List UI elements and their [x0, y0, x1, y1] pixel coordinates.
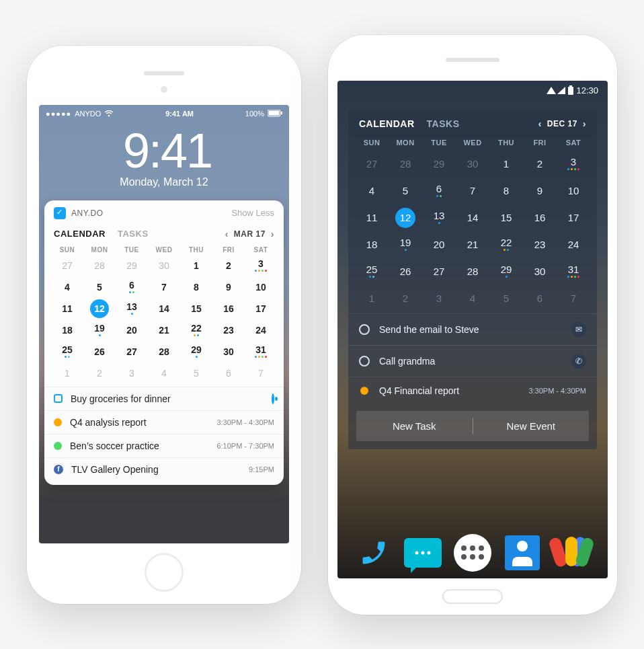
calendar-day[interactable]: 28: [389, 151, 422, 178]
calendar-day[interactable]: 1: [51, 362, 83, 384]
agenda-item[interactable]: Buy groceries for dinner: [44, 387, 284, 410]
calendar-day[interactable]: 1: [489, 151, 523, 178]
calendar-day[interactable]: 31: [245, 341, 277, 362]
calendar-day[interactable]: 2: [212, 255, 245, 276]
tab-tasks[interactable]: TASKS: [118, 229, 149, 239]
calendar-day[interactable]: 30: [523, 258, 557, 285]
home-indicator[interactable]: [442, 589, 503, 604]
show-less-button[interactable]: Show Less: [231, 208, 274, 218]
calendar-day[interactable]: 8: [180, 276, 212, 298]
calendar-day[interactable]: 17: [557, 204, 590, 231]
next-month-button[interactable]: ›: [271, 229, 274, 239]
calendar-day[interactable]: 18: [51, 319, 83, 341]
calendar-day[interactable]: 16: [523, 204, 557, 231]
calendar-day[interactable]: 24: [245, 319, 277, 341]
calendar-day[interactable]: 3: [422, 285, 456, 312]
tab-tasks[interactable]: TASKS: [427, 118, 460, 129]
calendar-day[interactable]: 14: [148, 298, 180, 319]
calendar-day[interactable]: 28: [456, 258, 489, 285]
calendar-day[interactable]: 7: [245, 362, 277, 384]
calendar-day[interactable]: 21: [148, 319, 180, 341]
calendar-day[interactable]: 3: [245, 255, 277, 276]
calendar-day[interactable]: 4: [51, 276, 83, 298]
calendar-day[interactable]: 6: [523, 285, 557, 312]
new-task-button[interactable]: New Task: [356, 411, 473, 441]
agenda-item[interactable]: Ben’s soccer practice6:10PM - 7:30PM: [44, 434, 284, 457]
calendar-day[interactable]: 3: [116, 362, 148, 384]
calendar-day[interactable]: 6: [422, 178, 456, 204]
calendar-day[interactable]: 5: [389, 178, 422, 204]
next-month-button[interactable]: ›: [583, 118, 586, 129]
calendar-day[interactable]: 11: [355, 204, 389, 231]
dock-messages-icon[interactable]: [404, 534, 442, 572]
tab-calendar[interactable]: CALENDAR: [54, 229, 106, 239]
agenda-item[interactable]: Q4 Financial report3:30PM - 4:30PM: [348, 377, 597, 404]
prev-month-button[interactable]: ‹: [225, 229, 229, 239]
calendar-day[interactable]: 19: [83, 319, 116, 341]
calendar-day[interactable]: 28: [83, 255, 116, 276]
calendar-day[interactable]: 1: [355, 285, 389, 312]
calendar-day[interactable]: 19: [389, 231, 422, 258]
calendar-day[interactable]: 5: [489, 285, 523, 312]
calendar-day[interactable]: 1: [180, 255, 212, 276]
calendar-day[interactable]: 13: [422, 204, 456, 231]
calendar-day[interactable]: 14: [456, 204, 489, 231]
calendar-day[interactable]: 27: [422, 258, 456, 285]
calendar-day[interactable]: 29: [489, 258, 523, 285]
calendar-day[interactable]: 27: [51, 255, 83, 276]
calendar-day[interactable]: 4: [148, 362, 180, 384]
calendar-day[interactable]: 5: [180, 362, 212, 384]
calendar-day[interactable]: 24: [557, 231, 590, 258]
tab-calendar[interactable]: CALENDAR: [359, 118, 415, 129]
calendar-day[interactable]: 25: [51, 341, 83, 362]
calendar-day[interactable]: 27: [355, 151, 389, 178]
calendar-day[interactable]: 5: [83, 276, 116, 298]
calendar-day[interactable]: 15: [180, 298, 212, 319]
calendar-day[interactable]: 12: [389, 204, 422, 231]
calendar-day[interactable]: 29: [180, 341, 212, 362]
agenda-item[interactable]: Q4 analysis report3:30PM - 4:30PM: [44, 410, 284, 434]
calendar-day[interactable]: 26: [83, 341, 116, 362]
calendar-day[interactable]: 4: [456, 285, 489, 312]
calendar-day[interactable]: 15: [489, 204, 523, 231]
calendar-day[interactable]: 12: [83, 298, 116, 319]
new-event-button[interactable]: New Event: [473, 411, 590, 441]
calendar-day[interactable]: 4: [355, 178, 389, 204]
agenda-item[interactable]: Send the email to Steve✉: [348, 313, 597, 345]
phone-icon[interactable]: ✆: [571, 354, 586, 369]
calendar-day[interactable]: 27: [116, 341, 148, 362]
calendar-day[interactable]: 30: [212, 341, 245, 362]
calendar-day[interactable]: 9: [523, 178, 557, 204]
calendar-day[interactable]: 21: [456, 231, 489, 258]
calendar-day[interactable]: 8: [489, 178, 523, 204]
calendar-day[interactable]: 7: [557, 285, 590, 312]
calendar-day[interactable]: 22: [180, 319, 212, 341]
widget-app[interactable]: ANY.DO: [54, 207, 103, 219]
calendar-day[interactable]: 6: [116, 276, 148, 298]
calendar-day[interactable]: 20: [116, 319, 148, 341]
calendar-day[interactable]: 16: [212, 298, 245, 319]
agenda-item[interactable]: Call grandma✆: [348, 345, 597, 377]
moment-icon[interactable]: [272, 393, 274, 404]
mail-icon[interactable]: ✉: [571, 322, 586, 337]
dock-wallet-icon[interactable]: [553, 534, 590, 572]
calendar-day[interactable]: 7: [148, 276, 180, 298]
calendar-day[interactable]: 10: [245, 276, 277, 298]
calendar-day[interactable]: 30: [148, 255, 180, 276]
calendar-day[interactable]: 10: [557, 178, 590, 204]
calendar-day[interactable]: 23: [523, 231, 557, 258]
calendar-day[interactable]: 2: [83, 362, 116, 384]
calendar-day[interactable]: 31: [557, 258, 590, 285]
calendar-day[interactable]: 11: [51, 298, 83, 319]
calendar-day[interactable]: 26: [389, 258, 422, 285]
calendar-day[interactable]: 18: [355, 231, 389, 258]
dock-phone-icon[interactable]: [355, 534, 393, 572]
prev-month-button[interactable]: ‹: [538, 118, 542, 129]
agenda-item[interactable]: TLV Gallery Opening9:15PM: [44, 457, 284, 481]
calendar-day[interactable]: 2: [523, 151, 557, 178]
calendar-day[interactable]: 28: [148, 341, 180, 362]
calendar-day[interactable]: 3: [557, 151, 590, 178]
calendar-day[interactable]: 29: [422, 151, 456, 178]
calendar-day[interactable]: 13: [116, 298, 148, 319]
calendar-day[interactable]: 30: [456, 151, 489, 178]
